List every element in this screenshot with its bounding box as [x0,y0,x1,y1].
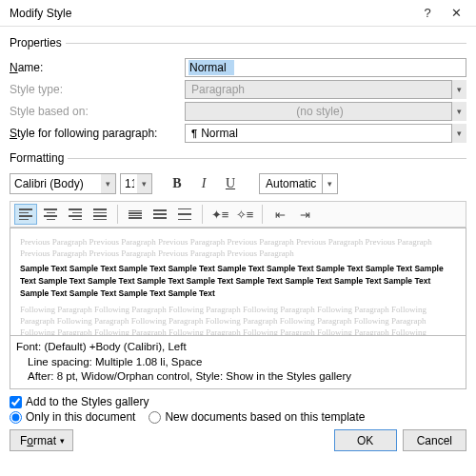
name-label: Name: [10,61,177,74]
style-based-on-label: Style based on: [10,105,177,118]
font-family-select[interactable]: ▾ [10,173,116,194]
underline-button[interactable]: U [219,172,242,195]
new-documents-radio[interactable] [149,411,161,424]
dialog-footer: Format▾ OK Cancel [10,429,466,451]
new-documents-option[interactable]: New documents based on this template [149,410,365,424]
separator [117,205,118,224]
align-left-button[interactable] [14,204,37,225]
line-spacing-1-5-button[interactable] [149,204,171,225]
align-right-button[interactable] [64,204,87,225]
space-before-increase-button[interactable]: ✦≡ [208,204,231,225]
format-menu-button[interactable]: Format▾ [10,429,73,451]
style-based-on-select[interactable]: (no style) ▾ [185,102,466,121]
properties-section: Properties Name: Style type: Paragraph ▾… [10,36,466,146]
chevron-down-icon: ▾ [451,80,466,99]
separator [262,205,263,224]
formatting-legend: Formatting [10,151,68,165]
chevron-down-icon: ▾ [60,436,65,446]
add-to-gallery-label[interactable]: Add to the Styles gallery [26,395,149,408]
help-button[interactable]: ? [413,6,442,20]
increase-indent-button[interactable]: ⇥ [293,204,316,225]
font-color-select[interactable]: Automatic ▾ [259,173,338,194]
only-this-document-radio[interactable] [10,411,22,424]
following-paragraph-label: Style for following paragraph: [10,127,177,140]
add-to-gallery-row: Add to the Styles gallery [10,395,466,408]
close-button[interactable]: ✕ [442,6,470,20]
paragraph-toolbar: ✦≡ ✧≡ ⇤ ⇥ [10,201,466,228]
preview-previous-paragraph: Previous Paragraph Previous Paragraph Pr… [20,236,456,259]
align-center-button[interactable] [39,204,62,225]
chevron-down-icon: ▾ [322,174,337,193]
chevron-down-icon: ▾ [451,102,466,121]
style-type-select[interactable]: Paragraph ▾ [185,80,466,99]
italic-button[interactable]: I [192,172,215,195]
style-description: Font: (Default) +Body (Calibri), Left Li… [10,336,466,389]
following-paragraph-select[interactable]: ¶Normal ▾ [185,124,466,143]
chevron-down-icon: ▾ [451,124,466,143]
preview-following-paragraph: Following Paragraph Following Paragraph … [20,304,456,336]
paragraph-icon: ¶ [191,128,197,139]
preview-box: Previous Paragraph Previous Paragraph Pr… [10,228,466,336]
chevron-down-icon: ▾ [101,173,116,194]
name-input[interactable] [185,58,466,77]
add-to-gallery-checkbox[interactable] [10,396,22,408]
decrease-indent-button[interactable]: ⇤ [268,204,291,225]
chevron-down-icon: ▾ [137,173,152,194]
line-spacing-2-button[interactable] [173,204,196,225]
formatting-section: Formatting ▾ ▾ B I U Automatic ▾ ✦≡ ✧≡ [10,151,466,389]
title-bar: Modify Style ? ✕ [0,0,476,27]
line-spacing-1-button[interactable] [124,204,147,225]
space-before-decrease-button[interactable]: ✧≡ [233,204,256,225]
align-justify-button[interactable] [89,204,111,225]
font-size-select[interactable]: ▾ [120,173,152,194]
style-type-label: Style type: [10,83,177,96]
separator [202,205,203,224]
only-this-document-option[interactable]: Only in this document [10,410,135,424]
ok-button[interactable]: OK [334,429,397,451]
preview-sample-text: Sample Text Sample Text Sample Text Samp… [20,263,456,299]
bold-button[interactable]: B [166,172,188,195]
properties-legend: Properties [10,36,66,50]
window-title: Modify Style [10,7,413,20]
cancel-button[interactable]: Cancel [403,429,466,451]
